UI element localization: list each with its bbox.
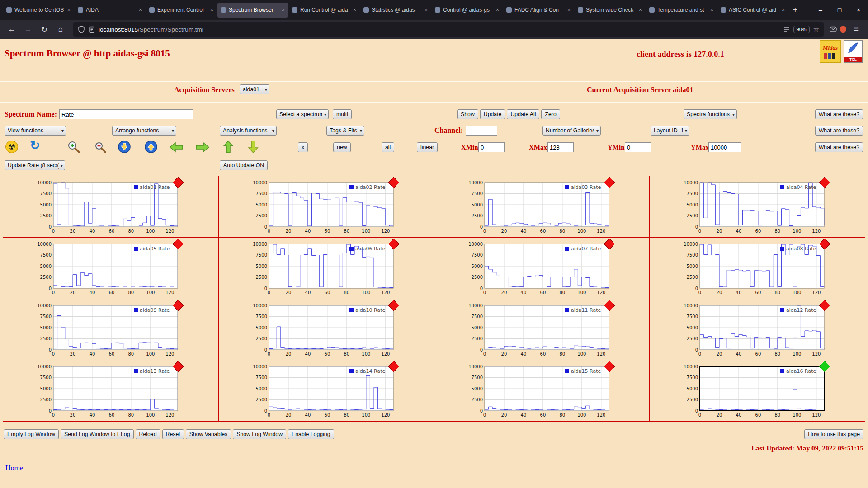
zero-button[interactable]: Zero: [541, 109, 560, 119]
view-functions-select[interactable]: View functions: [5, 126, 66, 136]
refresh-icon[interactable]: ↻: [30, 139, 40, 152]
home-button[interactable]: ⌂: [53, 23, 68, 36]
tab-close-icon[interactable]: ×: [138, 7, 142, 13]
browser-tab[interactable]: Welcome to CentOS×: [3, 3, 74, 18]
show-button[interactable]: Show: [457, 109, 478, 119]
tab-close-icon[interactable]: ×: [709, 7, 713, 13]
tags-fits-select[interactable]: Tags & Fits: [326, 126, 364, 136]
browser-tab[interactable]: Run Control @ aida×: [289, 3, 359, 18]
reader-mode-icon[interactable]: [783, 26, 790, 33]
move-up-arrow-icon[interactable]: [222, 140, 234, 154]
new-tab-button[interactable]: +: [788, 5, 802, 14]
empty-log-window-button[interactable]: Empty Log Window: [4, 429, 59, 439]
spectrum-panel-aida10[interactable]: 025005000750010000020406080100120aida10 …: [219, 299, 434, 361]
update-button[interactable]: Update: [480, 109, 505, 119]
auto-update-button[interactable]: Auto Update ON: [220, 160, 268, 170]
spectrum-panel-aida15[interactable]: 025005000750010000020406080100120aida15 …: [434, 360, 650, 422]
window-minimize-button[interactable]: –: [811, 6, 830, 14]
url-bar[interactable]: localhost:8015/Spectrum/Spectrum.tml 90%…: [73, 22, 824, 37]
tab-close-icon[interactable]: ×: [281, 7, 285, 13]
linear-button[interactable]: linear: [417, 142, 438, 152]
tab-close-icon[interactable]: ×: [66, 7, 71, 13]
browser-tab[interactable]: Experiment Control×: [146, 3, 217, 18]
spectrum-panel-aida08[interactable]: 025005000750010000020406080100120aida08 …: [650, 238, 865, 299]
show-log-window-button[interactable]: Show Log Window: [233, 429, 286, 439]
forward-button[interactable]: →: [21, 23, 35, 36]
select-a-spectrum-select[interactable]: Select a spectrum: [276, 109, 329, 119]
browser-tab[interactable]: FADC Align & Con×: [503, 3, 574, 18]
spectrum-panel-aida06[interactable]: 025005000750010000020406080100120aida06 …: [219, 238, 434, 299]
browser-tab[interactable]: Control @ aidas-gs×: [432, 3, 502, 18]
tab-close-icon[interactable]: ×: [495, 7, 499, 13]
analysis-functions-select[interactable]: Analysis functions: [220, 126, 277, 136]
spectrum-panel-aida16[interactable]: 025005000750010000020406080100120aida16 …: [650, 360, 865, 422]
browser-tab[interactable]: Statistics @ aidas-×: [360, 3, 431, 18]
window-close-button[interactable]: ×: [849, 6, 868, 14]
ymin-input[interactable]: [625, 142, 651, 152]
ymax-input[interactable]: [708, 142, 741, 152]
spectrum-panel-aida02[interactable]: 025005000750010000020406080100120aida02 …: [219, 176, 434, 238]
enable-logging-button[interactable]: Enable Logging: [288, 429, 334, 439]
menu-hamburger-icon[interactable]: ≡: [849, 23, 863, 36]
tab-close-icon[interactable]: ×: [638, 7, 642, 13]
browser-tab[interactable]: AIDA×: [75, 3, 145, 18]
bookmark-star-icon[interactable]: ☆: [813, 25, 819, 33]
window-maximize-button[interactable]: □: [830, 6, 849, 14]
spectrum-panel-aida04[interactable]: 025005000750010000020406080100120aida04 …: [650, 176, 865, 238]
tab-close-icon[interactable]: ×: [352, 7, 356, 13]
new-button[interactable]: new: [333, 142, 351, 152]
xmin-input[interactable]: [478, 142, 505, 152]
midas-logo[interactable]: Midas: [820, 40, 841, 63]
tab-close-icon[interactable]: ×: [566, 7, 571, 13]
spectrum-panel-aida07[interactable]: 025005000750010000020406080100120aida07 …: [434, 238, 650, 299]
tab-close-icon[interactable]: ×: [424, 7, 428, 13]
spectrum-panel-aida12[interactable]: 025005000750010000020406080100120aida12 …: [650, 299, 865, 361]
layout-id-select[interactable]: Layout ID=1: [651, 126, 689, 136]
browser-tab[interactable]: Spectrum Browser×: [217, 3, 288, 18]
spectrum-panel-aida13[interactable]: 025005000750010000020406080100120aida13 …: [3, 360, 219, 422]
reload-button[interactable]: ↻: [37, 23, 52, 36]
shift-down-icon[interactable]: [118, 140, 131, 154]
zoom-in-icon[interactable]: [67, 140, 80, 154]
number-of-galleries-select[interactable]: Number of Galleries: [542, 126, 601, 136]
update-rate-select[interactable]: Update Rate (8 secs): [5, 160, 65, 170]
zoom-out-icon[interactable]: [94, 141, 107, 154]
extension-shield-icon[interactable]: [839, 25, 847, 33]
multi-button[interactable]: multi: [333, 109, 352, 119]
how-to-use-button[interactable]: How to use this page: [804, 429, 863, 439]
what-are-these-button-1[interactable]: What are these?: [815, 109, 863, 119]
home-link[interactable]: Home: [5, 464, 23, 472]
browser-tab[interactable]: Temperature and st×: [646, 3, 717, 18]
spectrum-panel-aida11[interactable]: 025005000750010000020406080100120aida11 …: [434, 299, 650, 361]
tcl-logo[interactable]: TCL: [844, 40, 863, 63]
all-button[interactable]: all: [382, 142, 394, 152]
tracking-protection-shield-icon[interactable]: [78, 26, 85, 33]
spectrum-name-input[interactable]: [59, 109, 193, 119]
site-info-icon[interactable]: [89, 26, 95, 33]
browser-tab[interactable]: ASIC Control @ aid×: [717, 3, 788, 18]
previous-arrow-icon[interactable]: [169, 141, 184, 153]
radiation-icon[interactable]: ☢: [5, 141, 18, 153]
zoom-level-indicator[interactable]: 90%: [793, 26, 810, 33]
x-axis-button[interactable]: x: [298, 142, 308, 152]
what-are-these-button-3[interactable]: What are these?: [815, 142, 863, 152]
spectrum-panel-aida03[interactable]: 025005000750010000020406080100120aida03 …: [434, 176, 650, 238]
channel-input[interactable]: [466, 126, 497, 136]
spectrum-panel-aida14[interactable]: 025005000750010000020406080100120aida14 …: [219, 360, 434, 422]
next-arrow-icon[interactable]: [195, 141, 210, 153]
spectrum-panel-aida05[interactable]: 025005000750010000020406080100120aida05 …: [3, 238, 219, 299]
move-down-arrow-icon[interactable]: [247, 140, 259, 154]
shift-up-icon[interactable]: [144, 140, 158, 154]
reset-button[interactable]: Reset: [162, 429, 184, 439]
show-variables-button[interactable]: Show Variables: [186, 429, 231, 439]
spectra-functions-select[interactable]: Spectra functions: [684, 109, 737, 119]
spectrum-panel-aida09[interactable]: 025005000750010000020406080100120aida09 …: [3, 299, 219, 361]
back-button[interactable]: ←: [5, 23, 19, 36]
reload-button[interactable]: Reload: [136, 429, 160, 439]
update-all-button[interactable]: Update All: [507, 109, 539, 119]
spectrum-panel-aida01[interactable]: 025005000750010000020406080100120aida01 …: [3, 176, 219, 238]
pocket-icon[interactable]: [829, 25, 837, 33]
xmax-input[interactable]: [547, 142, 574, 152]
tab-close-icon[interactable]: ×: [781, 7, 785, 13]
arrange-functions-select[interactable]: Arrange functions: [112, 126, 176, 136]
